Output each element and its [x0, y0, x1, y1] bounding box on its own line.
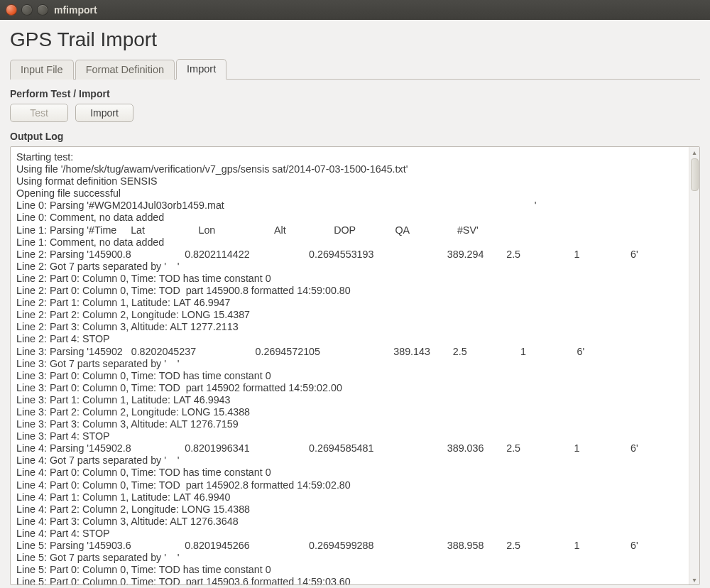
- window-controls: [6, 4, 48, 16]
- import-button[interactable]: Import: [75, 104, 133, 122]
- output-log-container: Starting test: Using file '/home/sk/tug/…: [10, 146, 700, 585]
- perform-section-label: Perform Test / Import: [10, 88, 700, 99]
- tab-import[interactable]: Import: [176, 59, 226, 80]
- test-button[interactable]: Test: [10, 104, 68, 122]
- window-minimize-button[interactable]: [21, 4, 33, 16]
- scroll-up-icon[interactable]: ▴: [689, 147, 699, 157]
- page-title: GPS Trail Import: [10, 28, 700, 51]
- tab-format-definition[interactable]: Format Definition: [75, 60, 175, 80]
- output-log[interactable]: Starting test: Using file '/home/sk/tug/…: [11, 147, 689, 584]
- output-log-label: Output Log: [10, 131, 700, 142]
- window-title: mfimport: [54, 4, 97, 16]
- app-body: GPS Trail Import Input File Format Defin…: [0, 20, 710, 588]
- tab-bar: Input File Format Definition Import: [10, 58, 700, 80]
- tab-input-file[interactable]: Input File: [10, 60, 74, 80]
- window-maximize-button[interactable]: [37, 4, 48, 16]
- button-row: Test Import: [10, 104, 700, 122]
- window-titlebar: mfimport: [0, 0, 710, 20]
- window-close-button[interactable]: [6, 4, 17, 16]
- vertical-scrollbar[interactable]: ▴ ▾: [689, 147, 699, 584]
- scroll-down-icon[interactable]: ▾: [689, 575, 699, 584]
- scroll-thumb[interactable]: [691, 158, 699, 191]
